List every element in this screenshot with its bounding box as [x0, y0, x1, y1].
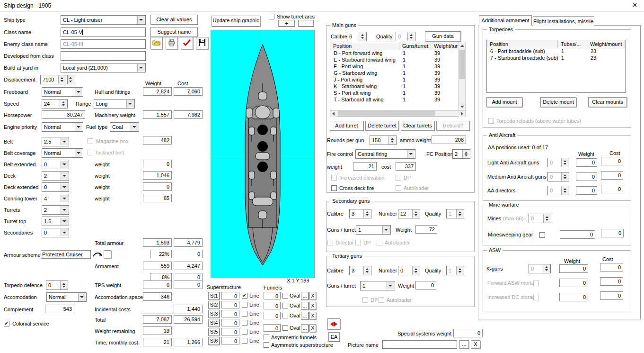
st2-button[interactable]: St2: [208, 301, 220, 309]
chevron-down-icon[interactable]: [75, 123, 82, 131]
mg-calibre-spinner[interactable]: 6: [347, 32, 367, 41]
cross-deck-fire-checkbox[interactable]: [331, 185, 337, 191]
main-gun-row[interactable]: F - Port wing139: [330, 63, 466, 70]
chevron-down-icon[interactable]: [78, 293, 86, 301]
torpedo-row[interactable]: 7 - Starboard broadside (sub)123: [487, 55, 625, 62]
funnel4-more-button[interactable]: ...: [301, 324, 309, 332]
clear-all-values-button[interactable]: Clear all values: [150, 15, 198, 25]
funnel3-more-button[interactable]: ...: [301, 312, 309, 320]
tg-autoloader-checkbox[interactable]: [379, 297, 384, 303]
st2-line-checkbox[interactable]: [242, 302, 247, 308]
fc-positions-spinner[interactable]: 2: [452, 149, 470, 159]
swap-view-button[interactable]: [327, 318, 340, 330]
accomodation-select[interactable]: Normal: [46, 292, 87, 302]
spin-buttons-icon[interactable]: [561, 158, 569, 167]
st4-button[interactable]: St4: [208, 319, 220, 327]
chevron-down-icon[interactable]: [75, 149, 82, 157]
main-gun-row[interactable]: G - Starboard wing139: [330, 70, 466, 77]
scrollbar-thumb[interactable]: [459, 50, 465, 79]
main-gun-row[interactable]: E - Starboard forward wing139: [330, 57, 466, 63]
tg-calibre-spinner[interactable]: 3: [349, 266, 371, 275]
chevron-down-icon[interactable]: [126, 100, 134, 108]
funnel1-delete-button[interactable]: X: [309, 292, 316, 300]
spin-buttons-icon[interactable]: [388, 136, 396, 145]
sg-guns-turret-select[interactable]: 1: [356, 225, 391, 235]
sg-quality-spinner[interactable]: 1: [446, 209, 464, 218]
ship-type-select[interactable]: CL - Light cruiser: [61, 15, 146, 25]
chevron-down-icon[interactable]: [75, 88, 82, 96]
spin-buttons-icon[interactable]: [363, 266, 371, 275]
main-gun-row[interactable]: S - Port aft wing139: [330, 90, 466, 97]
st1-line-checkbox[interactable]: [242, 293, 247, 299]
st6-line-checkbox[interactable]: [242, 338, 247, 344]
funnel4-oval-checkbox[interactable]: [282, 325, 288, 331]
tab-flight-installations[interactable]: Flight installations, missiles: [533, 16, 594, 26]
light-aa-spinner[interactable]: 0: [547, 158, 569, 167]
main-gun-row[interactable]: J - Port wing139: [330, 77, 466, 83]
validate-button[interactable]: [181, 37, 193, 49]
picture-name-input[interactable]: [382, 340, 457, 349]
chevron-down-icon[interactable]: [61, 195, 68, 202]
chevron-down-icon[interactable]: [61, 217, 68, 225]
displacement-fine-spinner[interactable]: [67, 75, 74, 84]
chevron-down-icon[interactable]: [61, 138, 68, 145]
main-gun-row[interactable]: D - Port forward wing139: [330, 50, 466, 57]
sg-director-checkbox[interactable]: [327, 240, 333, 245]
chevron-down-icon[interactable]: [61, 172, 68, 180]
spin-buttons-icon[interactable]: [412, 266, 420, 275]
spin-buttons-icon[interactable]: [60, 100, 67, 108]
st6-button[interactable]: St6: [208, 337, 220, 345]
rounds-per-gun-spinner[interactable]: 150: [370, 136, 397, 145]
funnel4-delete-button[interactable]: X: [309, 324, 316, 332]
sg-calibre-spinner[interactable]: 3: [349, 209, 371, 218]
funnel1-more-button[interactable]: ...: [301, 292, 309, 300]
suggest-name-button[interactable]: Suggest name: [150, 27, 198, 37]
freeboard-select[interactable]: Normal: [42, 87, 83, 97]
picture-clear-button[interactable]: X: [471, 340, 480, 349]
clear-mounts-button[interactable]: Clear mounts: [588, 97, 627, 107]
scroll-left-icon[interactable]: [330, 110, 337, 117]
torpedo-defence-spinner[interactable]: 0: [46, 281, 68, 290]
close-icon[interactable]: ×: [633, 1, 637, 9]
tg-number-spinner[interactable]: 0: [398, 266, 420, 275]
aa-directors-spinner[interactable]: 0: [547, 186, 569, 195]
tg-guns-turret-select[interactable]: 1: [360, 281, 395, 290]
scroll-right-icon[interactable]: [459, 110, 466, 117]
clear-turrets-button[interactable]: Clear turrets: [401, 121, 434, 131]
save-button[interactable]: [196, 37, 208, 49]
asymmetric-funnels-checkbox[interactable]: [264, 335, 269, 340]
tab-additional-armament[interactable]: Additional armament: [479, 15, 532, 26]
chevron-down-icon[interactable]: [137, 64, 145, 72]
enemy-class-input[interactable]: CL-05-III: [61, 39, 146, 49]
speed-spinner[interactable]: 24: [42, 99, 68, 109]
add-mount-button[interactable]: Add mount: [486, 97, 522, 107]
belt-extended-select[interactable]: 0: [42, 160, 69, 169]
magazine-box-checkbox[interactable]: [88, 138, 93, 144]
deck-select[interactable]: 2: [42, 171, 69, 181]
st5-button[interactable]: St5: [208, 328, 220, 336]
increased-dc-storage-checkbox[interactable]: [533, 295, 539, 300]
belt-coverage-select[interactable]: Normal: [42, 148, 83, 158]
fire-control-select[interactable]: Central firing: [355, 149, 415, 159]
secondaries-select[interactable]: 0: [42, 228, 69, 237]
spin-buttons-icon[interactable]: [363, 209, 371, 218]
displacement-spinner[interactable]: 7100: [40, 75, 66, 84]
ea-button[interactable]: EA: [328, 332, 340, 342]
fuel-type-select[interactable]: Coal: [110, 122, 139, 132]
st4-line-checkbox[interactable]: [242, 320, 247, 326]
kguns-spinner[interactable]: 0: [529, 264, 551, 273]
spin-buttons-icon[interactable]: [456, 266, 464, 275]
rebuild-button[interactable]: Rebuild?: [436, 121, 470, 131]
spin-buttons-icon[interactable]: [561, 172, 569, 181]
st1-button[interactable]: St1: [208, 292, 220, 300]
chevron-down-icon[interactable]: [382, 226, 390, 234]
sg-dp-checkbox[interactable]: [355, 240, 361, 245]
range-select[interactable]: Long: [94, 99, 135, 109]
spin-buttons-icon[interactable]: [58, 75, 66, 84]
chevron-down-icon[interactable]: [137, 16, 145, 24]
spin-buttons-icon[interactable]: [359, 32, 366, 41]
mines-spinner[interactable]: 0: [529, 214, 551, 223]
deck-extended-select[interactable]: 0: [42, 182, 69, 192]
main-gun-row[interactable]: T - Starboard aft wing139: [330, 97, 466, 103]
mg-dp-checkbox[interactable]: [396, 175, 401, 181]
